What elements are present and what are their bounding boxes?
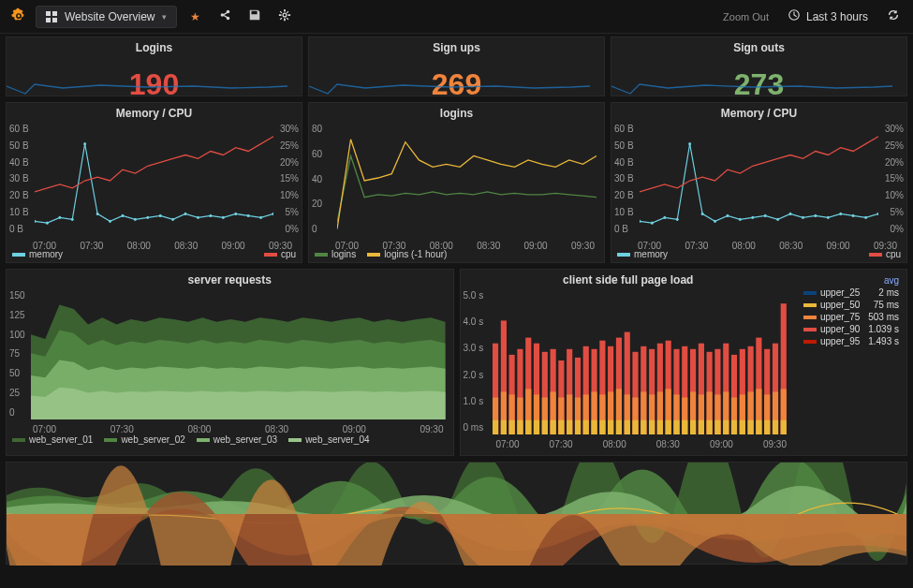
settings-button[interactable] xyxy=(272,5,297,29)
legend-item[interactable]: web_server_03 xyxy=(197,434,277,445)
svg-rect-71 xyxy=(541,420,547,434)
clock-icon xyxy=(788,8,801,24)
legend-row[interactable]: upper_951.493 s xyxy=(803,336,899,346)
panel-signouts-stat[interactable]: Sign outs 273 xyxy=(611,37,907,96)
dashboard-picker[interactable]: Website Overview ▾ xyxy=(36,6,177,28)
legend-row[interactable]: upper_901.039 s xyxy=(803,324,899,334)
svg-rect-95 xyxy=(608,420,613,434)
legend-item[interactable]: web_server_01 xyxy=(12,434,93,445)
summary-chart xyxy=(7,463,906,566)
panel-title: server requests xyxy=(7,270,453,290)
panel-title: client side full page load xyxy=(461,270,797,290)
svg-rect-68 xyxy=(533,420,538,434)
svg-rect-134 xyxy=(714,420,720,434)
svg-point-17 xyxy=(109,220,111,223)
legend-row[interactable]: upper_252 ms xyxy=(803,287,899,298)
share-icon xyxy=(218,8,231,24)
panel-logins-stat[interactable]: Logins 190 xyxy=(6,37,302,96)
svg-rect-65 xyxy=(525,420,531,434)
legend-row[interactable]: upper_75503 ms xyxy=(803,312,899,322)
svg-point-41 xyxy=(764,214,767,217)
svg-point-42 xyxy=(776,218,779,221)
svg-rect-107 xyxy=(641,420,646,434)
svg-point-44 xyxy=(802,216,804,219)
svg-rect-59 xyxy=(508,420,514,434)
legend-item[interactable]: web_server_04 xyxy=(288,434,369,445)
line-chart xyxy=(337,125,596,236)
gear-icon xyxy=(278,8,291,24)
panel-title: Memory / CPU xyxy=(7,103,302,124)
svg-rect-149 xyxy=(756,420,761,434)
panel-memory-cpu[interactable]: Memory / CPU60 B50 B40 B30 B20 B10 B0 B3… xyxy=(6,102,302,263)
line-chart xyxy=(640,125,878,236)
panel-client-load[interactable]: client side full page load 5.0 s4.0 s3.0… xyxy=(460,269,908,456)
svg-rect-143 xyxy=(739,420,744,434)
grafana-logo[interactable] xyxy=(7,6,30,28)
svg-point-48 xyxy=(852,214,855,217)
legend-row[interactable]: upper_5075 ms xyxy=(803,300,899,310)
refresh-icon xyxy=(887,8,900,24)
chevron-down-icon: ▾ xyxy=(162,12,167,22)
mid-row: server requests 1501251007550250 07:0007… xyxy=(0,266,913,459)
panel-memory-cpu[interactable]: Memory / CPU60 B50 B40 B30 B20 B10 B0 B3… xyxy=(611,102,907,263)
svg-rect-101 xyxy=(624,420,629,434)
svg-rect-89 xyxy=(591,420,596,434)
star-button[interactable]: ★ xyxy=(183,5,207,29)
svg-point-50 xyxy=(877,213,878,215)
bar-chart xyxy=(493,292,789,434)
svg-point-49 xyxy=(864,216,867,219)
svg-rect-110 xyxy=(649,420,655,434)
svg-point-15 xyxy=(83,142,86,145)
time-range-label: Last 3 hours xyxy=(806,10,868,23)
svg-rect-3 xyxy=(52,11,57,16)
save-button[interactable] xyxy=(243,5,267,29)
svg-rect-137 xyxy=(723,420,729,434)
panel-logins[interactable]: logins80604020007:0007:3008:0008:3009:00… xyxy=(308,102,605,263)
svg-rect-53 xyxy=(493,420,498,434)
svg-point-22 xyxy=(171,218,174,221)
svg-point-19 xyxy=(134,218,137,221)
svg-point-40 xyxy=(751,216,754,219)
area-chart xyxy=(31,292,446,419)
svg-point-37 xyxy=(714,220,716,223)
stat-row: Logins 190 Sign ups 269 Sign outs 273 xyxy=(0,34,913,99)
panel-title: Sign outs xyxy=(611,37,906,58)
svg-rect-77 xyxy=(558,420,564,434)
svg-point-26 xyxy=(222,216,225,219)
svg-point-11 xyxy=(35,220,36,223)
line-chart xyxy=(35,125,273,236)
svg-rect-5 xyxy=(52,18,57,22)
svg-point-38 xyxy=(727,214,729,217)
panel-summary-sparkline[interactable] xyxy=(6,462,907,565)
svg-point-9 xyxy=(284,13,287,17)
svg-rect-140 xyxy=(730,420,736,434)
legend-header: avg xyxy=(884,275,899,286)
zoom-out-button[interactable]: Zoom Out xyxy=(723,11,769,22)
svg-point-25 xyxy=(209,214,212,217)
svg-rect-158 xyxy=(780,420,786,434)
refresh-button[interactable] xyxy=(881,5,906,29)
svg-point-18 xyxy=(122,214,125,217)
svg-rect-2 xyxy=(46,11,51,16)
sparkline xyxy=(309,77,590,96)
star-icon: ★ xyxy=(190,10,200,23)
bottom-row xyxy=(0,459,913,567)
svg-point-45 xyxy=(814,214,817,217)
svg-rect-128 xyxy=(698,420,703,434)
time-range-picker[interactable]: Last 3 hours xyxy=(780,5,876,28)
svg-point-20 xyxy=(146,216,149,219)
panel-title: Sign ups xyxy=(309,37,604,58)
panel-server-requests[interactable]: server requests 1501251007550250 07:0007… xyxy=(6,269,454,456)
share-button[interactable] xyxy=(213,5,237,29)
svg-rect-92 xyxy=(599,420,605,434)
svg-point-43 xyxy=(789,213,792,215)
svg-rect-113 xyxy=(656,420,662,434)
svg-point-28 xyxy=(247,214,250,217)
svg-point-21 xyxy=(159,214,162,217)
svg-point-13 xyxy=(58,216,61,219)
svg-rect-74 xyxy=(550,420,555,434)
svg-rect-131 xyxy=(706,420,712,434)
svg-rect-80 xyxy=(567,420,572,434)
legend-item[interactable]: web_server_02 xyxy=(104,434,184,445)
panel-signups-stat[interactable]: Sign ups 269 xyxy=(308,37,605,96)
